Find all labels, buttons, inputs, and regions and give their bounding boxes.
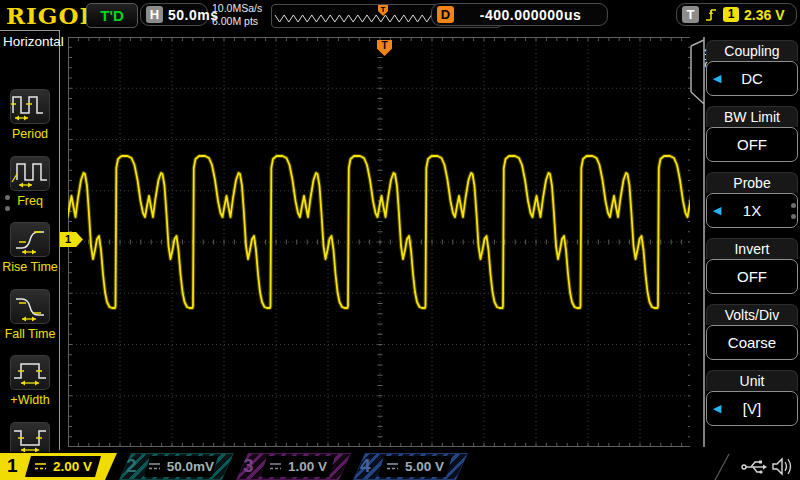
channel-3-status[interactable]: 3 1.00 V: [236, 453, 351, 480]
coupling-value: DC: [741, 70, 763, 87]
horizontal-timebase-group[interactable]: H 50.0ms: [140, 3, 208, 26]
channel-4-scale: 5.00 V: [405, 459, 444, 474]
trigger-status-badge: T'D: [86, 3, 138, 28]
bw-limit-value-button[interactable]: OFF: [706, 127, 798, 162]
chevron-left-icon: ◀: [713, 402, 721, 415]
unit-value: [V]: [743, 400, 761, 417]
plus-width-button[interactable]: [9, 354, 51, 391]
menu-probe: Probe ◀ 1X: [706, 172, 798, 228]
usb-icon: [742, 461, 767, 474]
top-status-bar: RIGOL T'D H 50.0ms 10.0MSa/s 6.00M pts T…: [0, 0, 800, 30]
delay-group[interactable]: D -400.000000us: [431, 3, 608, 26]
left-measure-menu: Horizontal Period F: [0, 30, 60, 450]
invert-value-button[interactable]: OFF: [706, 259, 798, 294]
plus-width-icon: [10, 355, 50, 389]
dc-coupling-icon: [386, 462, 399, 471]
channel-4-scale-box: 5.00 V: [378, 456, 452, 477]
channel-1-status[interactable]: 1 2.00 V: [0, 453, 117, 480]
volts-div-header: Volts/Div: [706, 304, 798, 325]
freq-button[interactable]: [9, 155, 51, 192]
h-key-icon: H: [146, 6, 163, 23]
oscilloscope-screen: RIGOL T'D H 50.0ms 10.0MSa/s 6.00M pts T…: [0, 0, 800, 480]
left-menu-title: Horizontal: [3, 34, 64, 49]
probe-value-button[interactable]: ◀ 1X: [706, 193, 798, 228]
channel-1-scale-box: 2.00 V: [25, 456, 101, 477]
menu-bw-limit: BW Limit OFF: [706, 106, 798, 162]
unit-header: Unit: [706, 370, 798, 391]
right-channel-menu: CH1 Coupling ◀ DC BW Limit OFF Probe ◀ 1…: [690, 30, 800, 450]
graticule-display: [68, 37, 692, 447]
chevron-left-icon: ◀: [713, 72, 721, 85]
bw-limit-value: OFF: [737, 136, 767, 153]
period-label: Period: [0, 127, 63, 141]
volts-div-value: Coarse: [728, 334, 776, 351]
probe-header: Probe: [706, 172, 798, 193]
rigol-logo: RIGOL: [6, 2, 97, 29]
channel-2-scale-box: 50.0mV: [144, 456, 218, 477]
menu-coupling: Coupling ◀ DC: [706, 40, 798, 96]
freq-icon: [10, 156, 50, 190]
period-button[interactable]: [9, 88, 51, 125]
minus-width-icon: [10, 422, 50, 456]
trigger-source-badge: 1: [723, 7, 739, 22]
acquisition-info: 10.0MSa/s 6.00M pts: [212, 2, 262, 28]
menu-volts-div: Volts/Div Coarse: [706, 304, 798, 360]
channel-1-scale: 2.00 V: [53, 459, 92, 474]
coupling-header: Coupling: [706, 40, 798, 61]
left-menu-page-dots: [5, 189, 11, 217]
graticule-grid: [68, 37, 692, 447]
delay-value: -400.000000us: [459, 7, 602, 23]
beeper-icon: [773, 459, 791, 474]
rise-time-button[interactable]: [9, 221, 51, 258]
system-tray-icons: [705, 453, 800, 480]
channel-3-scale: 1.00 V: [288, 459, 327, 474]
t-key-icon: T: [682, 6, 699, 23]
channel-1-number: 1: [7, 455, 18, 477]
channel-4-status[interactable]: 4 5.00 V: [353, 453, 468, 480]
bw-limit-header: BW Limit: [706, 106, 798, 127]
channel-2-status[interactable]: 2 50.0mV: [119, 453, 234, 480]
channel-3-number: 3: [243, 455, 254, 477]
rising-edge-icon: [704, 6, 718, 23]
invert-value: OFF: [737, 268, 767, 285]
timebase-value: 50.0ms: [168, 7, 218, 23]
d-key-icon: D: [437, 6, 454, 23]
memory-depth: 6.00M pts: [212, 15, 262, 28]
plus-width-label: +Width: [0, 393, 63, 407]
right-menu-page-dots: [791, 197, 797, 225]
volts-div-value-button[interactable]: Coarse: [706, 325, 798, 360]
fall-time-label: Fall Time: [0, 327, 63, 341]
menu-unit: Unit ◀ [V]: [706, 370, 798, 426]
invert-header: Invert: [706, 238, 798, 259]
sample-rate: 10.0MSa/s: [212, 2, 262, 15]
period-icon: [10, 89, 50, 123]
rise-time-icon: [10, 222, 50, 256]
dc-coupling-icon: [269, 462, 282, 471]
channel-3-scale-box: 1.00 V: [261, 456, 335, 477]
fall-time-button[interactable]: [9, 288, 51, 325]
dc-coupling-icon: [148, 462, 161, 471]
channel-2-number: 2: [126, 455, 137, 477]
trigger-level-value: 2.36 V: [744, 7, 784, 23]
unit-value-button[interactable]: ◀ [V]: [706, 391, 798, 426]
channel-status-bar: 1 2.00 V 2 50.0mV 3: [0, 452, 800, 480]
probe-value: 1X: [743, 202, 761, 219]
system-tray: [705, 453, 800, 480]
coupling-value-button[interactable]: ◀ DC: [706, 61, 798, 96]
fall-time-icon: [10, 289, 50, 323]
dc-coupling-icon: [34, 462, 47, 471]
trigger-group[interactable]: T 1 2.36 V: [676, 3, 797, 26]
channel-2-scale: 50.0mV: [167, 459, 214, 474]
rise-time-label: Rise Time: [0, 260, 63, 274]
menu-invert: Invert OFF: [706, 238, 798, 294]
channel-4-number: 4: [360, 455, 371, 477]
chevron-left-icon: ◀: [713, 204, 721, 217]
